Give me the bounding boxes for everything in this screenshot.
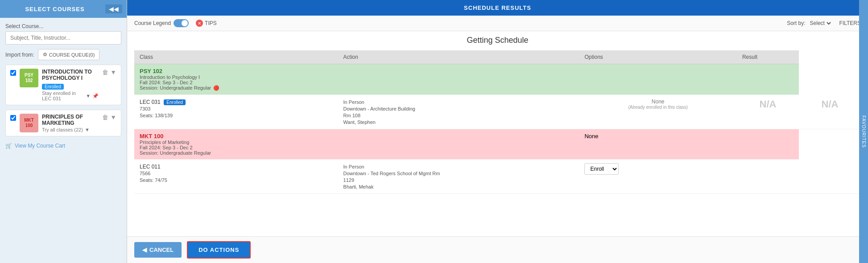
bottom-bar: ◀ CANCEL DO ACTIONS (127, 236, 868, 263)
col-result: Result (737, 50, 799, 64)
course-name-mkt100: PRINCIPLES OF MARKETING (42, 114, 99, 126)
right-panel: SCHEDULE RESULTS Course Legend ✕ TIPS So… (127, 0, 868, 263)
table-row-lec011: LEC 011 7566 Seats: 74/75 In Person Down… (134, 160, 861, 194)
mkt100-name: MKT 100 (140, 133, 333, 140)
col-options: Options (579, 50, 737, 64)
table-body: PSY 102 Introduction to Psychology I Fal… (134, 64, 861, 194)
lec031-building: Downtown - Architecture Building (343, 106, 415, 111)
cell-psy102-result (737, 64, 799, 95)
right-panel-title: SCHEDULE RESULTS (464, 4, 531, 11)
lec031-options-na: N/A (742, 99, 794, 110)
lec011-seats: Seats: 74/75 (140, 177, 167, 183)
course-info-psy102: INTRODUCTION TO PSYCHOLOGY I Enrolled St… (42, 69, 99, 101)
cell-lec031-right: In Person Downtown - Architecture Buildi… (338, 95, 579, 129)
lec011-building: Downtown - Ted Rogers School of Mgmt Rm (343, 171, 440, 176)
cell-mkt100-action (338, 129, 579, 160)
table-row-mkt100-parent: MKT 100 Principles of Marketing Fall 202… (134, 129, 861, 160)
legend-toggle[interactable] (174, 19, 189, 27)
course-checkbox-psy102[interactable] (10, 70, 16, 76)
course-badge-psy102: PSY 102 (20, 69, 38, 87)
expand-button-mkt100[interactable]: ▼ (110, 114, 116, 121)
lec031-action-text: None (584, 99, 732, 105)
select-course-label: Select Course... (5, 23, 121, 29)
cell-psy102-options (579, 64, 737, 95)
delete-button-psy102[interactable]: 🗑 (102, 69, 108, 76)
collapse-button[interactable]: ◀◀ (105, 4, 122, 13)
view-cart-label: View My Course Cart (15, 143, 65, 149)
course-checkbox-mkt100[interactable] (10, 115, 16, 121)
cell-lec031-class: LEC 031 Enrolled 7303 Seats: 138/139 (134, 95, 338, 129)
course-item-mkt100: MKT 100 PRINCIPLES OF MARKETING Try all … (5, 110, 121, 136)
legend-row: Course Legend (134, 19, 189, 27)
expand-button-psy102[interactable]: ▼ (110, 69, 116, 76)
filters-button[interactable]: FILTERS (839, 20, 861, 26)
sort-select[interactable]: Select (808, 20, 832, 27)
psy102-icon: 🔴 (213, 85, 219, 90)
favorites-label: FAVOURITES (861, 115, 866, 148)
col-action: Action (338, 50, 579, 64)
sort-row: Sort by: Select (787, 20, 832, 27)
lec031-room: Rm 108 (343, 113, 361, 118)
col-class: Class (134, 50, 338, 64)
table-row-lec031: LEC 031 Enrolled 7303 Seats: 138/139 In … (134, 95, 861, 129)
lec011-number: 7566 (140, 171, 150, 176)
right-toolbar: Course Legend ✕ TIPS Sort by: Select FIL… (127, 16, 868, 31)
tips-label: TIPS (205, 20, 217, 26)
import-row: Import from: ⚙ COURSE QUEUE(0) (5, 49, 121, 60)
left-content: Select Course... Import from: ⚙ COURSE Q… (0, 18, 127, 154)
course-queue-icon: ⚙ (43, 52, 47, 58)
view-cart-button[interactable]: 🛒 View My Course Cart (5, 143, 65, 149)
delete-button-mkt100[interactable]: 🗑 (102, 114, 108, 121)
course-subtitle-psy102: Stay enrolled in LEC 031 ▼ 📌 (42, 90, 99, 101)
legend-label: Course Legend (134, 20, 171, 26)
course-name-psy102: INTRODUCTION TO PSYCHOLOGY I (42, 69, 99, 81)
course-badge-mkt100: MKT 100 (20, 114, 38, 132)
course-actions-mkt100: 🗑 ▼ (102, 114, 116, 121)
cancel-label: CANCEL (149, 247, 174, 253)
lec011-code: LEC 011 (140, 164, 161, 170)
lec031-instructor: Want, Stephen (343, 119, 376, 125)
cell-lec031-action: None (Already enrolled in this class) (579, 95, 737, 129)
search-input[interactable] (5, 31, 121, 45)
lec011-instructor: Bharti, Mehak (343, 184, 374, 189)
cancel-arrow-icon: ◀ (142, 247, 147, 253)
cell-mkt100-result (737, 129, 799, 160)
tips-close-button[interactable]: ✕ (196, 20, 203, 27)
sort-label: Sort by: (787, 20, 805, 26)
course-title-row-psy102: INTRODUCTION TO PSYCHOLOGY I Enrolled (42, 69, 99, 90)
lec031-enrolled-badge: Enrolled (164, 99, 186, 105)
cancel-button[interactable]: ◀ CANCEL (134, 242, 182, 258)
dropdown-icon-psy102: ▼ (86, 93, 91, 99)
cell-lec031-options: N/A (737, 95, 799, 129)
lec031-number: 7303 (140, 106, 150, 111)
cell-lec011-result (799, 160, 861, 194)
schedule-content: Getting Schedule Class Action Options Re… (127, 31, 868, 236)
enrolled-badge-psy102: Enrolled (42, 84, 64, 90)
tips-row: ✕ TIPS (196, 20, 217, 27)
table-row-psy102-parent: PSY 102 Introduction to Psychology I Fal… (134, 64, 861, 95)
schedule-table: Class Action Options Result PSY 102 Intr… (134, 50, 861, 194)
cell-lec011-class: LEC 011 7566 Seats: 74/75 (134, 160, 338, 194)
lec031-seats: Seats: 138/139 (140, 113, 173, 118)
lec031-code: LEC 031 (140, 99, 161, 105)
psy102-name: PSY 102 (140, 68, 333, 74)
course-queue-button[interactable]: ⚙ COURSE QUEUE(0) (38, 49, 100, 60)
cell-lec031-result: N/A (799, 95, 861, 129)
pin-icon-psy102: 📌 (92, 93, 99, 99)
course-info-mkt100: PRINCIPLES OF MARKETING Try all classes … (42, 114, 99, 132)
dropdown-icon-mkt100: ▼ (85, 127, 90, 132)
cell-lec011-location: In Person Downtown - Ted Rogers School o… (338, 160, 579, 194)
enroll-select-lec011[interactable]: Enroll Drop Waitlist (584, 163, 619, 175)
right-header: SCHEDULE RESULTS (127, 0, 868, 16)
lec031-action-sub: (Already enrolled in this class) (584, 105, 732, 110)
do-actions-button[interactable]: DO ACTIONS (187, 241, 251, 259)
right-container: SCHEDULE RESULTS Course Legend ✕ TIPS So… (127, 0, 868, 263)
lec031-location: In Person (343, 99, 364, 105)
left-panel: SELECT COURSES ◀◀ Select Course... Impor… (0, 0, 127, 263)
favorites-sidebar[interactable]: FAVOURITES (859, 0, 868, 263)
cell-mkt100-class: MKT 100 Principles of Marketing Fall 202… (134, 129, 338, 160)
mkt100-desc: Principles of Marketing Fall 2024: Sep 3… (140, 140, 333, 156)
cell-mkt100-options: None (579, 129, 737, 160)
course-queue-label: COURSE QUEUE(0) (49, 52, 95, 58)
table-header: Class Action Options Result (134, 50, 861, 64)
